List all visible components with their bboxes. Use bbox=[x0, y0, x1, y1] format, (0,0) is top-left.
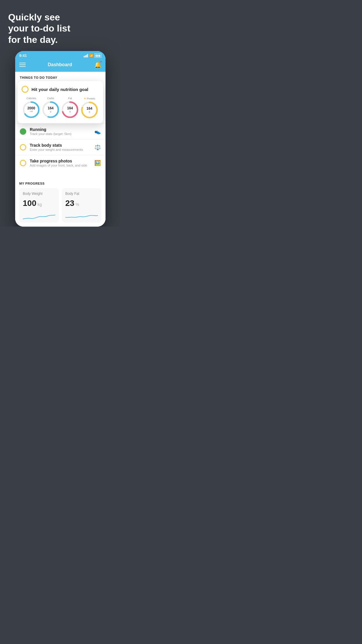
carbs-ring-container: 164 g bbox=[42, 101, 59, 118]
running-title: Running bbox=[30, 127, 91, 132]
body-weight-chart bbox=[23, 211, 55, 221]
body-fat-card-title: Body Fat bbox=[65, 192, 98, 196]
body-stats-title: Track body stats bbox=[30, 143, 91, 148]
progress-header: MY PROGRESS bbox=[19, 178, 101, 188]
body-weight-card-title: Body Weight bbox=[23, 192, 55, 196]
menu-button[interactable] bbox=[19, 63, 26, 67]
protein-ring: ★ Protein 164 g bbox=[81, 97, 98, 119]
fat-label: Fat bbox=[68, 97, 72, 100]
body-fat-card[interactable]: Body Fat 23 % bbox=[62, 188, 101, 223]
content-area: THINGS TO DO TODAY Hit your daily nutrit… bbox=[15, 72, 106, 227]
nutrition-circle-check bbox=[22, 86, 29, 93]
todo-item-running[interactable]: Running Track your stats (target: 5km) 👟 bbox=[15, 123, 106, 139]
protein-star-icon: ★ bbox=[84, 97, 86, 100]
hero-section: Quickly see your to-do list for the day. bbox=[0, 0, 121, 51]
body-fat-value-row: 23 % bbox=[65, 199, 98, 208]
page-wrapper: Quickly see your to-do list for the day.… bbox=[0, 0, 121, 227]
status-bar: 9:41 📶 ▮▮▮ bbox=[15, 51, 106, 59]
calories-label: Calories bbox=[27, 97, 36, 100]
battery-icon: ▮▮▮ bbox=[94, 53, 101, 58]
status-icons: 📶 ▮▮▮ bbox=[84, 53, 101, 58]
progress-section: MY PROGRESS Body Weight 100 kg bbox=[15, 178, 106, 227]
progress-photos-title: Take progress photos bbox=[30, 159, 91, 163]
nutrition-card-title: Hit your daily nutrition goal bbox=[31, 87, 88, 92]
person-photo-icon: 🖼️ bbox=[94, 160, 101, 166]
running-text: Running Track your stats (target: 5km) bbox=[30, 127, 91, 136]
body-fat-unit: % bbox=[75, 202, 79, 207]
carbs-ring: Carbs 164 g bbox=[42, 97, 59, 118]
todo-item-body-stats[interactable]: Track body stats Enter your weight and m… bbox=[15, 139, 106, 155]
nav-title: Dashboard bbox=[48, 62, 72, 67]
progress-cards: Body Weight 100 kg Body Fat bbox=[19, 188, 101, 223]
fat-ring: Fat 164 g bbox=[61, 97, 79, 118]
body-weight-card[interactable]: Body Weight 100 kg bbox=[19, 188, 59, 223]
calories-unit: cal bbox=[27, 110, 35, 113]
spacer bbox=[15, 171, 106, 178]
nutrition-card[interactable]: Hit your daily nutrition goal Calories bbox=[17, 81, 103, 123]
body-fat-number: 23 bbox=[65, 199, 74, 208]
status-time: 9:41 bbox=[19, 53, 27, 58]
body-stats-text: Track body stats Enter your weight and m… bbox=[30, 143, 91, 151]
wifi-icon: 📶 bbox=[89, 54, 93, 57]
nav-bar: Dashboard 🔔 bbox=[15, 59, 106, 72]
progress-photos-subtitle: Add images of your front, back, and side bbox=[30, 164, 91, 167]
body-weight-unit: kg bbox=[38, 202, 42, 207]
fat-ring-container: 164 g bbox=[61, 101, 79, 118]
notification-dot bbox=[100, 61, 102, 63]
todo-item-progress-photos[interactable]: Take progress photos Add images of your … bbox=[15, 155, 106, 171]
progress-photos-check-circle bbox=[20, 160, 26, 166]
body-weight-number: 100 bbox=[23, 199, 36, 208]
body-fat-chart bbox=[65, 211, 98, 221]
notification-bell-button[interactable]: 🔔 bbox=[94, 61, 101, 68]
signal-icon bbox=[84, 54, 88, 57]
nutrition-rings-row: Calories 2000 cal bbox=[22, 97, 99, 119]
todo-list: Running Track your stats (target: 5km) 👟… bbox=[15, 123, 106, 171]
section-today-header: THINGS TO DO TODAY bbox=[15, 72, 106, 82]
hero-title: Quickly see your to-do list for the day. bbox=[8, 12, 113, 45]
carbs-unit: g bbox=[48, 110, 54, 113]
protein-unit: g bbox=[87, 111, 92, 113]
body-stats-check-circle bbox=[20, 144, 26, 150]
running-check-circle bbox=[20, 128, 26, 135]
calories-ring: Calories 2000 cal bbox=[22, 97, 40, 118]
protein-ring-container: 164 g bbox=[81, 101, 98, 119]
body-stats-subtitle: Enter your weight and measurements bbox=[30, 148, 91, 151]
nutrition-card-title-row: Hit your daily nutrition goal bbox=[22, 86, 99, 93]
phone-mockup: 9:41 📶 ▮▮▮ bbox=[0, 51, 121, 227]
fat-unit: g bbox=[67, 110, 73, 113]
body-weight-value-row: 100 kg bbox=[23, 199, 55, 208]
scale-icon: ⚖️ bbox=[94, 144, 101, 150]
progress-photos-text: Take progress photos Add images of your … bbox=[30, 159, 91, 167]
running-shoe-icon: 👟 bbox=[94, 128, 101, 135]
protein-label: Protein bbox=[87, 97, 95, 100]
calories-ring-container: 2000 cal bbox=[22, 101, 40, 118]
carbs-label: Carbs bbox=[47, 97, 54, 100]
running-subtitle: Track your stats (target: 5km) bbox=[30, 132, 91, 136]
